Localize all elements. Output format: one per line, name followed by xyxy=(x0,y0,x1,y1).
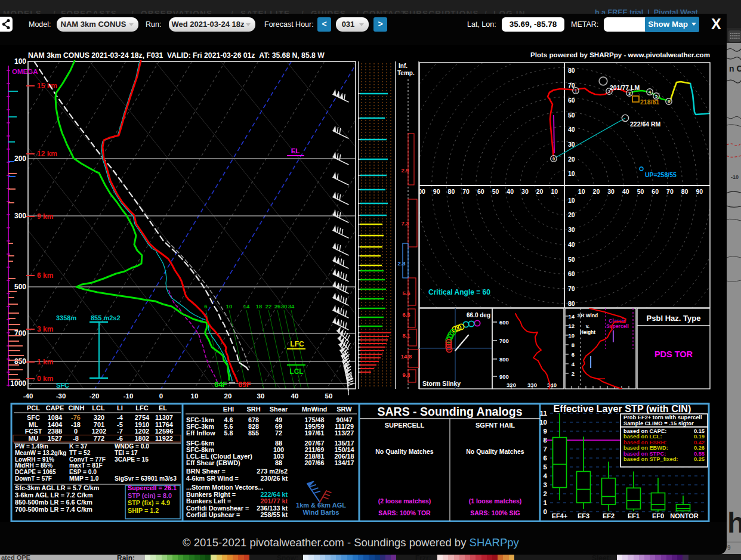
svg-text:-10: -10 xyxy=(731,174,739,180)
svg-text:SR Wind: SR Wind xyxy=(578,313,598,318)
svg-text:4: 4 xyxy=(544,472,548,479)
svg-text:4: 4 xyxy=(572,361,575,367)
svg-text:7: 7 xyxy=(544,445,547,453)
svg-text:14: 14 xyxy=(568,313,575,320)
svg-text:SHIP = 1.2: SHIP = 1.2 xyxy=(128,507,159,514)
svg-text:10: 10 xyxy=(226,303,233,310)
svg-text:-20: -20 xyxy=(89,392,100,400)
svg-text:80: 80 xyxy=(681,188,688,195)
svg-text:772: 772 xyxy=(94,435,104,442)
svg-text:258/55 kt: 258/55 kt xyxy=(260,511,288,518)
svg-text:3-6km AGL LR = 7.2 C/km: 3-6km AGL LR = 7.2 C/km xyxy=(15,491,93,499)
svg-text:90: 90 xyxy=(696,188,703,195)
svg-text:9 km: 9 km xyxy=(37,212,53,221)
svg-text:40: 40 xyxy=(291,392,299,400)
svg-text:134/17: 134/17 xyxy=(334,459,354,466)
svg-text:LowRH = 91%: LowRH = 91% xyxy=(15,456,54,463)
svg-text:207/66: 207/66 xyxy=(304,459,324,466)
svg-text:STP (cin) = 8.0: STP (cin) = 8.0 xyxy=(128,492,172,499)
svg-text:LCL: LCL xyxy=(92,404,105,412)
svg-text:10: 10 xyxy=(191,392,199,400)
svg-text:22: 22 xyxy=(265,303,272,310)
svg-text:320: 320 xyxy=(94,414,104,421)
svg-text:2: 2 xyxy=(572,370,575,377)
svg-text:72: 72 xyxy=(275,429,282,437)
svg-text:1084: 1084 xyxy=(48,414,63,421)
svg-text:CINH: CINH xyxy=(69,404,85,412)
svg-text:EF3: EF3 xyxy=(578,512,589,519)
svg-text:60: 60 xyxy=(568,97,575,104)
svg-text:v.: v. xyxy=(586,323,589,329)
svg-text:2754: 2754 xyxy=(135,414,150,421)
svg-text:12596: 12596 xyxy=(155,428,174,435)
svg-text:11307: 11307 xyxy=(155,414,173,421)
svg-text:30: 30 xyxy=(521,188,529,195)
svg-text:26: 26 xyxy=(274,303,281,310)
svg-text:SRH: SRH xyxy=(246,406,260,413)
svg-text:10: 10 xyxy=(539,419,547,426)
svg-text:2: 2 xyxy=(544,490,547,497)
svg-text:14: 14 xyxy=(243,303,250,310)
svg-text:Inf.: Inf. xyxy=(399,63,407,69)
svg-text:70: 70 xyxy=(568,285,575,292)
svg-text:No Quality Matches: No Quality Matches xyxy=(375,448,434,455)
svg-text:80: 80 xyxy=(568,67,575,74)
svg-text:50: 50 xyxy=(568,112,575,119)
svg-text:1802: 1802 xyxy=(135,435,149,442)
svg-text:EF0: EF0 xyxy=(652,512,664,519)
svg-text:h: h xyxy=(727,507,741,539)
svg-text:9: 9 xyxy=(727,544,731,551)
svg-text:0: 0 xyxy=(74,428,78,435)
svg-text:PCL: PCL xyxy=(27,404,40,412)
svg-text:230/26 kt: 230/26 kt xyxy=(260,475,288,482)
svg-text:4-6km SR Wind =: 4-6km SR Wind = xyxy=(186,475,239,482)
svg-text:Height: Height xyxy=(580,329,595,335)
svg-text:8: 8 xyxy=(572,342,575,348)
svg-text:Corfidi Upshear =: Corfidi Upshear = xyxy=(186,511,240,518)
svg-text:50: 50 xyxy=(568,256,575,263)
svg-text:NAM 3km CONUS 2021-03-24 18z,: NAM 3km CONUS 2021-03-24 18z, F031 VALID… xyxy=(28,51,325,60)
svg-text:-8: -8 xyxy=(73,435,79,442)
svg-text:701: 701 xyxy=(94,421,104,428)
svg-text:10: 10 xyxy=(578,188,585,195)
svg-text:11: 11 xyxy=(540,410,548,417)
svg-text:10: 10 xyxy=(568,197,575,204)
svg-text:1404: 1404 xyxy=(48,421,63,428)
svg-text:EHI: EHI xyxy=(223,406,234,413)
svg-text:EF1: EF1 xyxy=(628,512,640,519)
svg-text:34: 34 xyxy=(288,303,295,310)
svg-text:70: 70 xyxy=(462,188,470,195)
svg-text:30: 30 xyxy=(607,188,615,195)
svg-text:300: 300 xyxy=(14,212,26,220)
svg-text:40: 40 xyxy=(568,126,575,133)
svg-text:EL: EL xyxy=(291,147,300,154)
svg-text:n CO: n CO xyxy=(729,64,741,73)
svg-text:Psbl Haz. Type: Psbl Haz. Type xyxy=(647,314,701,323)
svg-text:MidRH = 85%: MidRH = 85% xyxy=(15,462,53,469)
svg-text:70: 70 xyxy=(666,188,674,195)
svg-text:0.25: 0.25 xyxy=(694,456,705,462)
svg-text:90: 90 xyxy=(433,188,440,195)
svg-text:DownT = 57F: DownT = 57F xyxy=(15,475,52,482)
svg-text:EF2: EF2 xyxy=(603,512,615,519)
svg-text:SARS: 100% SIG: SARS: 100% SIG xyxy=(470,509,520,516)
svg-text:11764: 11764 xyxy=(155,421,174,428)
svg-text:201/77 kt: 201/77 kt xyxy=(260,497,288,505)
svg-text:2.9: 2.9 xyxy=(401,167,409,174)
svg-text:Critical Angle = 60: Critical Angle = 60 xyxy=(428,288,490,296)
svg-text:SigSvr = 63901 m3/s3: SigSvr = 63901 m3/s3 xyxy=(115,475,177,482)
svg-text:Bunkers Left =: Bunkers Left = xyxy=(186,497,231,505)
svg-text:64F: 64F xyxy=(214,380,227,389)
svg-text:PDS TOR: PDS TOR xyxy=(654,349,693,359)
svg-text:MeanW = 13.2g/kg: MeanW = 13.2g/kg xyxy=(15,450,66,456)
svg-text:30: 30 xyxy=(568,226,575,233)
svg-text:-76: -76 xyxy=(71,414,81,421)
svg-text:6.5: 6.5 xyxy=(402,311,410,318)
svg-text:855: 855 xyxy=(248,429,259,437)
svg-text:80: 80 xyxy=(448,188,455,195)
svg-text:Sfc-3km AGL LR = 5.7 C/km: Sfc-3km AGL LR = 5.7 C/km xyxy=(15,484,99,491)
svg-text:20: 20 xyxy=(568,211,575,218)
svg-text:-7: -7 xyxy=(117,428,123,435)
svg-text:850: 850 xyxy=(14,357,26,366)
svg-text:200: 200 xyxy=(14,154,26,163)
